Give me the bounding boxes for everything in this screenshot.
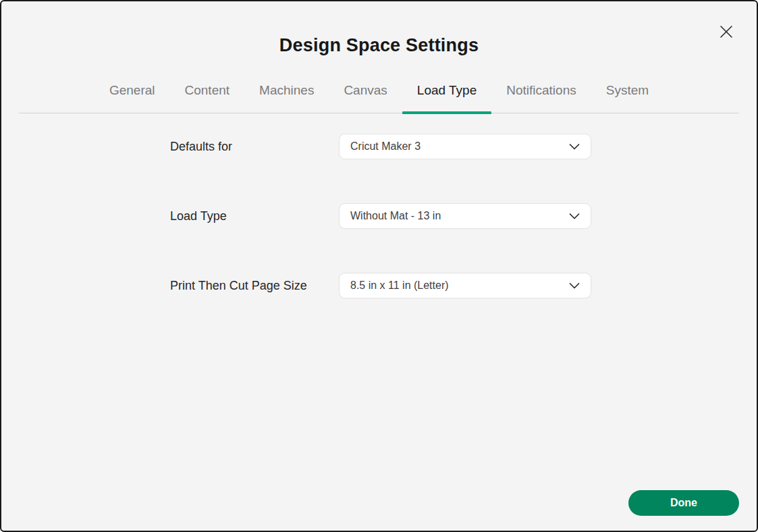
print-then-cut-page-size-select[interactable]: 8.5 in x 11 in (Letter)	[339, 273, 591, 298]
print-then-cut-page-size-selected-value: 8.5 in x 11 in (Letter)	[350, 280, 449, 292]
chevron-down-icon	[569, 144, 580, 150]
page-title: Design Space Settings	[1, 1, 757, 56]
load-type-row: Load Type Without Mat - 13 in	[170, 203, 757, 229]
close-icon	[719, 24, 734, 39]
tab-content[interactable]: Content	[170, 83, 245, 113]
design-space-settings-dialog: Design Space Settings General Content Ma…	[0, 0, 758, 532]
load-type-settings-panel: Defaults for Cricut Maker 3 Load Type Wi…	[170, 134, 757, 298]
tab-load-type[interactable]: Load Type	[402, 83, 491, 113]
chevron-down-icon	[569, 213, 580, 219]
defaults-for-label: Defaults for	[170, 140, 339, 154]
load-type-label: Load Type	[170, 209, 339, 223]
load-type-select[interactable]: Without Mat - 13 in	[339, 203, 591, 229]
tab-general[interactable]: General	[94, 83, 170, 113]
done-button[interactable]: Done	[628, 490, 739, 516]
defaults-for-select[interactable]: Cricut Maker 3	[339, 134, 591, 159]
load-type-selected-value: Without Mat - 13 in	[350, 210, 441, 222]
print-then-cut-page-size-row: Print Then Cut Page Size 8.5 in x 11 in …	[170, 273, 757, 298]
print-then-cut-page-size-label: Print Then Cut Page Size	[170, 279, 339, 293]
tab-system[interactable]: System	[591, 83, 664, 113]
close-button[interactable]	[716, 22, 736, 42]
defaults-for-row: Defaults for Cricut Maker 3	[170, 134, 757, 159]
chevron-down-icon	[569, 283, 580, 289]
defaults-for-selected-value: Cricut Maker 3	[350, 140, 421, 153]
tab-canvas[interactable]: Canvas	[329, 83, 402, 113]
tab-notifications[interactable]: Notifications	[491, 83, 591, 113]
settings-tabbar: General Content Machines Canvas Load Typ…	[19, 56, 739, 113]
tab-machines[interactable]: Machines	[244, 83, 329, 113]
